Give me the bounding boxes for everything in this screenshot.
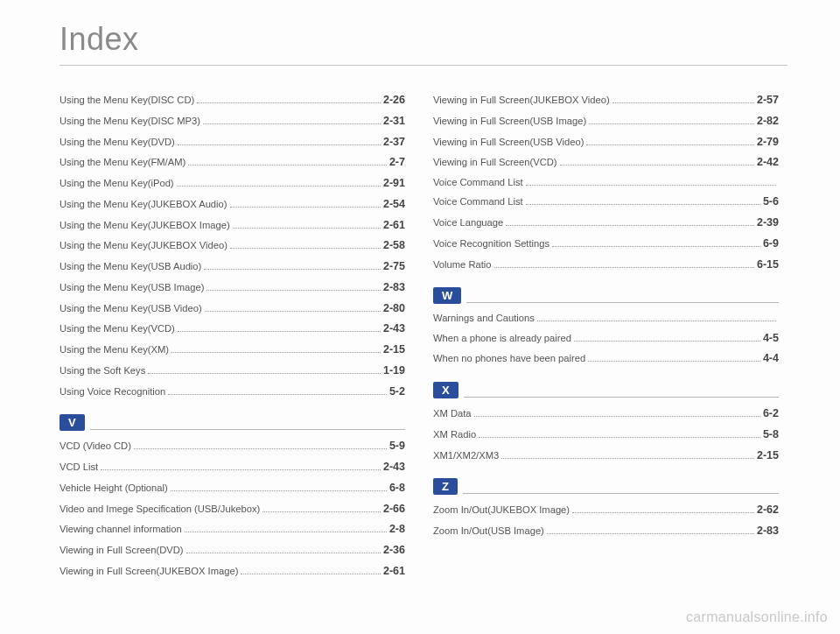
dot-leader: [178, 144, 381, 145]
entry-label: Viewing in Full Screen(JUKEBOX Video): [433, 91, 610, 109]
dot-leader: [185, 532, 387, 532]
index-entry: Zoom In/Out(USB Image)2-83: [433, 521, 779, 542]
entry-page: 5-9: [389, 436, 405, 457]
entry-page: 2-75: [383, 257, 405, 278]
section-letter: V: [60, 414, 85, 431]
dot-leader: [178, 331, 381, 332]
dot-leader: [506, 225, 754, 226]
entry-label: Zoom In/Out(JUKEBOX Image): [433, 501, 570, 519]
dot-leader: [588, 361, 760, 362]
entry-page: 5-6: [763, 192, 779, 213]
index-entry: Viewing in Full Screen(JUKEBOX Video)2-5…: [433, 90, 779, 111]
dot-leader: [474, 416, 760, 417]
section-rule: [90, 429, 405, 430]
index-entry: Viewing in Full Screen(USB Video)2-79: [433, 132, 779, 153]
entry-label: Video and Imege Specification (USB/Jukeb…: [60, 500, 260, 518]
section-head-z: Z: [433, 478, 779, 495]
index-entry: When no phones have been paired4-4: [433, 349, 779, 370]
entry-label: Voice Command List: [433, 193, 523, 211]
entry-label: VCD List: [60, 458, 98, 476]
index-entry: VCD (Video CD)5-9: [60, 436, 405, 457]
entry-label: Voice Recognition Settings: [433, 235, 550, 253]
watermark: carmanualsonline.info: [686, 609, 828, 625]
entry-page: 2-37: [383, 132, 405, 153]
dot-leader: [572, 512, 754, 513]
index-entry: Using the Menu Key(iPod)2-91: [60, 173, 405, 194]
entry-page: 2-54: [383, 194, 405, 215]
index-entry: Viewing in Full Screen(JUKEBOX Image)2-6…: [60, 561, 405, 582]
entry-label: Using the Menu Key(JUKEBOX Image): [60, 216, 230, 235]
entry-label: Using the Menu Key(JUKEBOX Video): [60, 236, 228, 255]
entry-label: Using the Soft Keys: [60, 362, 145, 380]
dot-leader: [552, 246, 760, 247]
dot-leader: [537, 321, 776, 321]
dot-leader: [589, 123, 754, 124]
entry-page: 2-42: [757, 152, 779, 173]
entry-label: Using the Menu Key(FM/AM): [60, 153, 186, 172]
entry-page: 2-80: [383, 299, 405, 320]
index-page: Index Using the Menu Key(DISC CD)2-26Usi…: [0, 0, 840, 582]
index-entry: Using the Menu Key(JUKEBOX Video)2-58: [60, 236, 405, 257]
dot-leader: [526, 185, 776, 186]
entry-label: Voice Command List: [433, 173, 523, 192]
section-head-x: X: [433, 382, 779, 398]
entry-page: 2-43: [383, 319, 405, 340]
index-entry: XM Radio5-8: [433, 425, 779, 446]
index-entry: Using the Menu Key(DVD)2-37: [60, 132, 405, 153]
entry-label: Viewing in Full Screen(USB Image): [433, 112, 586, 130]
entry-label: Using the Menu Key(USB Image): [60, 278, 204, 297]
index-entry: Using the Menu Key(XM)2-15: [60, 340, 405, 361]
dot-leader: [205, 311, 381, 312]
section-letter: Z: [433, 478, 458, 495]
dot-leader: [560, 165, 754, 166]
entry-page: 4-5: [763, 328, 779, 349]
index-entry: Using the Menu Key(VCD)2-43: [60, 319, 405, 340]
index-entry: Voice Command List 5-6: [433, 192, 779, 213]
entry-label: Viewing in Full Screen(JUKEBOX Image): [60, 562, 238, 581]
dot-leader: [241, 574, 381, 574]
entry-label: Voice Language: [433, 214, 503, 232]
dot-leader: [171, 490, 387, 491]
entry-page: 2-83: [383, 278, 405, 299]
index-entry: Viewing channel information2-8: [60, 519, 405, 540]
entry-page: 2-91: [383, 173, 405, 194]
entry-label: Using the Menu Key(XM): [60, 341, 169, 359]
dot-leader: [188, 165, 387, 166]
entry-page: 1-19: [383, 361, 405, 382]
index-entry: XM Data6-2: [433, 404, 779, 425]
entry-page: 2-58: [383, 236, 405, 257]
entry-label: Viewing in Full Screen(DVD): [60, 541, 184, 560]
entry-page: 2-31: [383, 111, 405, 132]
index-columns: Using the Menu Key(DISC CD)2-26Using the…: [60, 90, 788, 582]
entry-label: Using Voice Recognition: [60, 383, 165, 401]
section-head-v: V: [60, 414, 405, 431]
index-entry: Using the Menu Key(DISC MP3)2-31: [60, 111, 405, 132]
entry-page: 2-43: [383, 457, 405, 478]
column-left: Using the Menu Key(DISC CD)2-26Using the…: [60, 90, 405, 582]
dot-leader: [547, 533, 754, 534]
dot-leader: [526, 204, 760, 205]
entry-label: Volume Ratio: [433, 256, 492, 274]
index-entry: Warnings and Cautions: [433, 309, 779, 328]
entry-page: 2-66: [383, 499, 405, 520]
entry-page: 6-8: [389, 478, 405, 499]
entry-page: 2-8: [389, 519, 405, 540]
index-entry: Using the Soft Keys1-19: [60, 361, 405, 382]
dot-leader: [148, 373, 381, 374]
entry-label: Using the Menu Key(DVD): [60, 133, 175, 151]
dot-leader: [101, 469, 381, 470]
index-entry: VCD List2-43: [60, 457, 405, 478]
entry-page: 2-83: [757, 521, 779, 542]
entry-label: Warnings and Cautions: [433, 309, 535, 328]
index-entry: Vehicle Height (Optional)6-8: [60, 478, 405, 499]
index-entry: Viewing in Full Screen(USB Image)2-82: [433, 111, 779, 132]
entry-label: VCD (Video CD): [60, 437, 131, 455]
index-entry: XM1/XM2/XM32-15: [433, 446, 779, 467]
index-entry: Video and Imege Specification (USB/Jukeb…: [60, 499, 405, 520]
page-title: Index: [60, 21, 788, 58]
index-entry: Using the Menu Key(JUKEBOX Audio)2-54: [60, 194, 405, 215]
entry-label: Using the Menu Key(USB Video): [60, 299, 202, 318]
entry-label: Viewing in Full Screen(USB Video): [433, 133, 584, 151]
entry-page: 2-7: [389, 152, 405, 173]
index-entry: Using the Menu Key(USB Video)2-80: [60, 299, 405, 320]
